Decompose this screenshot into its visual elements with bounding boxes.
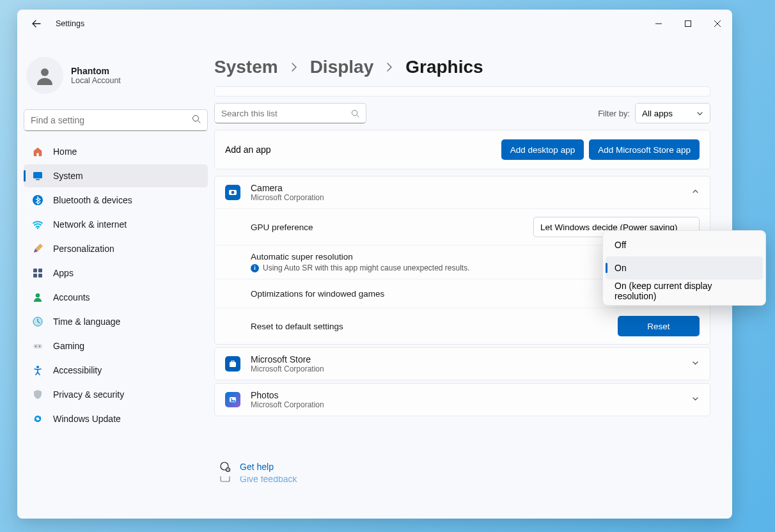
nav-item-privacy[interactable]: Privacy & security bbox=[24, 383, 208, 406]
user-subtitle: Local Account bbox=[71, 76, 121, 85]
nav-item-update[interactable]: Windows Update bbox=[24, 407, 208, 430]
svg-rect-0 bbox=[685, 21, 691, 27]
close-icon bbox=[714, 20, 721, 27]
filter-value: All apps bbox=[642, 109, 673, 118]
nav-item-time[interactable]: Time & language bbox=[24, 310, 208, 333]
help-icon: ? bbox=[219, 461, 231, 473]
personalization-icon bbox=[31, 242, 44, 255]
expand-button[interactable] bbox=[691, 394, 700, 405]
chevron-down-icon bbox=[691, 395, 700, 403]
give-feedback-link[interactable]: Give feedback bbox=[240, 476, 297, 484]
svg-rect-7 bbox=[33, 269, 37, 272]
photos-app-icon bbox=[225, 392, 240, 407]
nav-label: Accounts bbox=[53, 292, 90, 302]
nav-item-apps[interactable]: Apps bbox=[24, 262, 208, 285]
collapse-button[interactable] bbox=[691, 187, 700, 198]
app-header-store[interactable]: Microsoft Store Microsoft Corporation bbox=[215, 348, 710, 380]
nav-item-system[interactable]: System bbox=[24, 164, 208, 187]
chevron-up-icon bbox=[691, 187, 700, 196]
chevron-down-icon bbox=[696, 110, 703, 117]
chevron-right-icon bbox=[384, 61, 395, 73]
app-publisher: Microsoft Corporation bbox=[251, 193, 324, 202]
camera-app-icon bbox=[225, 185, 240, 200]
minimize-icon bbox=[655, 20, 662, 27]
list-search-input[interactable] bbox=[221, 109, 351, 118]
nav-label: Accessibility bbox=[53, 365, 102, 375]
user-block[interactable]: Phantom Local Account bbox=[24, 38, 208, 107]
svg-point-2 bbox=[193, 116, 199, 121]
add-desktop-app-button[interactable]: Add desktop app bbox=[501, 139, 584, 160]
app-name: Microsoft Store bbox=[251, 354, 324, 364]
nav-item-bluetooth[interactable]: Bluetooth & devices bbox=[24, 189, 208, 212]
give-feedback-row[interactable]: Give feedback bbox=[214, 476, 710, 485]
update-icon bbox=[31, 412, 44, 425]
app-card-photos: Photos Microsoft Corporation bbox=[214, 383, 710, 416]
search-icon bbox=[192, 114, 201, 126]
app-header-photos[interactable]: Photos Microsoft Corporation bbox=[215, 384, 710, 416]
add-store-app-button[interactable]: Add Microsoft Store app bbox=[589, 139, 700, 160]
nav-item-accounts[interactable]: Accounts bbox=[24, 286, 208, 309]
chevron-right-icon bbox=[288, 61, 300, 73]
nav-label: Windows Update bbox=[53, 414, 121, 424]
person-icon bbox=[34, 65, 56, 86]
nav-item-accessibility[interactable]: Accessibility bbox=[24, 359, 208, 382]
reset-button[interactable]: Reset bbox=[618, 316, 700, 336]
nav-item-home[interactable]: Home bbox=[24, 140, 208, 163]
get-help-row[interactable]: ? Get help bbox=[214, 455, 710, 476]
nav-label: Apps bbox=[53, 268, 74, 278]
svg-rect-4 bbox=[36, 179, 40, 180]
nav-label: Bluetooth & devices bbox=[53, 195, 132, 205]
avatar bbox=[26, 57, 63, 94]
nav-item-personalization[interactable]: Personalization bbox=[24, 237, 208, 260]
user-name: Phantom bbox=[71, 66, 121, 76]
asr-dropdown-flyout: Off On On (keep current display resoluti… bbox=[602, 230, 766, 306]
minimize-button[interactable] bbox=[644, 13, 673, 34]
sidebar-search[interactable] bbox=[24, 109, 208, 131]
app-name: Camera bbox=[251, 183, 324, 193]
search-icon bbox=[351, 109, 359, 118]
collapsed-section[interactable] bbox=[214, 86, 710, 97]
flyout-option-on-keep-resolution[interactable]: On (keep current display resolution) bbox=[606, 279, 763, 302]
window-title: Settings bbox=[56, 19, 84, 28]
time-icon bbox=[31, 315, 44, 328]
nav-label: Personalization bbox=[53, 244, 114, 254]
info-icon: i bbox=[251, 264, 259, 272]
chevron-down-icon bbox=[691, 359, 700, 367]
flyout-option-on[interactable]: On bbox=[606, 256, 763, 279]
back-arrow-icon bbox=[31, 19, 42, 29]
svg-rect-3 bbox=[33, 172, 42, 178]
breadcrumb-display[interactable]: Display bbox=[310, 57, 374, 77]
row-reset: Reset to default settings Reset bbox=[215, 308, 710, 344]
flyout-option-off[interactable]: Off bbox=[606, 233, 763, 256]
nav-label: Time & language bbox=[53, 317, 120, 327]
filter-label: Filter by: bbox=[598, 109, 630, 118]
breadcrumb-system[interactable]: System bbox=[214, 57, 278, 77]
nav-label: Home bbox=[53, 146, 77, 157]
back-button[interactable] bbox=[27, 15, 45, 33]
svg-point-16 bbox=[36, 366, 39, 368]
maximize-button[interactable] bbox=[673, 13, 703, 34]
nav-list: HomeSystemBluetooth & devicesNetwork & i… bbox=[24, 140, 208, 430]
expand-button[interactable] bbox=[691, 358, 700, 370]
app-header-camera[interactable]: Camera Microsoft Corporation bbox=[215, 176, 710, 208]
nav-item-network[interactable]: Network & internet bbox=[24, 213, 208, 236]
list-search[interactable] bbox=[214, 103, 366, 123]
gaming-icon bbox=[31, 340, 44, 352]
nav-item-gaming[interactable]: Gaming bbox=[24, 334, 208, 357]
get-help-link[interactable]: Get help bbox=[240, 462, 274, 472]
add-app-title: Add an app bbox=[225, 145, 271, 155]
filter-row: Filter by: All apps bbox=[214, 103, 710, 123]
svg-point-15 bbox=[39, 346, 40, 347]
add-app-card: Add an app Add desktop app Add Microsoft… bbox=[214, 130, 710, 169]
nav-label: System bbox=[53, 171, 83, 181]
filter-select[interactable]: All apps bbox=[635, 103, 710, 123]
svg-rect-26 bbox=[221, 476, 230, 481]
titlebar: Settings bbox=[17, 10, 732, 38]
sidebar-search-input[interactable] bbox=[31, 115, 192, 125]
nav-label: Gaming bbox=[53, 341, 84, 351]
asr-label: Automatic super resolution bbox=[251, 252, 470, 262]
apps-icon bbox=[31, 267, 44, 279]
close-button[interactable] bbox=[703, 13, 732, 34]
svg-point-11 bbox=[36, 293, 40, 298]
app-publisher: Microsoft Corporation bbox=[251, 400, 324, 409]
